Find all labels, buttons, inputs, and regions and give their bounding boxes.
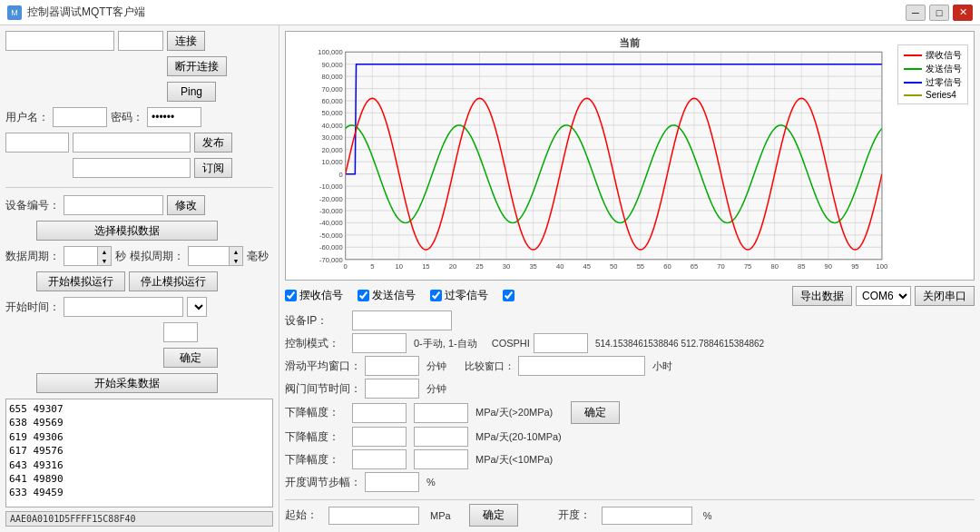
com-port-select[interactable]: COM6 (856, 286, 911, 306)
open-adj-input[interactable]: 2 (365, 472, 419, 492)
svg-text:0: 0 (344, 262, 348, 271)
ping-button[interactable]: Ping (167, 82, 216, 102)
subscribe-button[interactable]: 订阅 (194, 158, 232, 178)
valve-interval-input[interactable]: 60 (365, 379, 419, 399)
publish-button[interactable]: 发布 (194, 133, 232, 153)
left-panel: 1883 连接 断开连接 Ping 用户名： admin 密码： /dev/te… (0, 25, 279, 532)
legend-color (904, 82, 922, 84)
user-row: 用户名： admin 密码： (5, 107, 273, 127)
avg-window-input[interactable]: 60 (365, 356, 419, 376)
checkbox-1[interactable] (358, 290, 369, 301)
svg-text:0: 0 (338, 171, 342, 179)
sim-interval-input[interactable]: 1000 (188, 246, 230, 266)
message-input[interactable]: This is a test Message (73, 133, 191, 153)
trigger-confirm-button[interactable]: 确定 (469, 504, 518, 527)
maximize-button[interactable]: □ (929, 5, 949, 21)
trigger-input[interactable]: 30 (328, 507, 419, 525)
checkbox-0[interactable] (285, 290, 297, 301)
avg-window-row: 滑动平均窗口： 60 分钟 比较窗口： 4073.8230708702309 小… (285, 356, 975, 376)
drop-amp3-input2[interactable]: 0.07 (414, 449, 468, 469)
drop-amp2-input1[interactable]: 0.2 (352, 427, 407, 447)
log-line: 643 49316 (9, 458, 270, 472)
checkbox-item-2[interactable]: 过零信号 (430, 288, 488, 303)
collect-button[interactable]: 开始采集数据 (36, 373, 218, 393)
password-input[interactable] (147, 107, 201, 127)
confirm-input[interactable]: 10 (163, 322, 198, 342)
svg-text:70,000: 70,000 (321, 85, 342, 94)
chart-title: 当前 (286, 34, 974, 53)
open-adj-unit: % (426, 477, 436, 488)
close-button[interactable]: ✕ (953, 5, 973, 21)
drop-amp3-input1[interactable]: 0.1 (352, 449, 407, 469)
window-controls: ─ □ ✕ (906, 5, 973, 21)
checkbox-item-3[interactable] (503, 290, 517, 301)
data-interval-down[interactable]: ▼ (98, 256, 111, 265)
start-time-dropdown[interactable]: ▼ (187, 297, 207, 317)
pub-topic-input[interactable]: /dev/test (5, 133, 69, 153)
sim-interval-up[interactable]: ▲ (230, 247, 242, 256)
log-line: 655 49307 (9, 402, 270, 416)
modify-button[interactable]: 修改 (167, 195, 205, 215)
stop-sim-button[interactable]: 停止模拟运行 (129, 271, 218, 291)
checkbox-3[interactable] (503, 290, 514, 301)
start-time-input[interactable]: 2021-06-16 19:21:12 (64, 297, 183, 317)
svg-text:70: 70 (717, 262, 724, 271)
port-input[interactable]: 1883 (118, 31, 163, 51)
cosphi-input[interactable]: 49459 (534, 333, 588, 353)
svg-text:-40,000: -40,000 (319, 219, 343, 227)
legend-label: Series4 (926, 90, 956, 100)
sub-topic-input[interactable]: /dev/test (73, 158, 191, 178)
legend-label: 过零信号 (926, 76, 962, 89)
checkbox-item-0[interactable]: 摆收信号 (285, 288, 343, 303)
start-sim-button[interactable]: 开始模拟运行 (36, 271, 125, 291)
drop-amp2-row: 下降幅度： 0.2 0.1 MPa/天(20-10MPa) (285, 427, 975, 447)
data-interval-input[interactable]: 60 (64, 246, 98, 266)
drop-amp1-input1[interactable]: 0.3 (352, 403, 407, 423)
device-id-input[interactable]: 0020004012 (64, 195, 163, 215)
connect-button[interactable]: 连接 (167, 31, 205, 51)
params-confirm-button[interactable]: 确定 (571, 401, 620, 424)
drop-amp2-input2[interactable]: 0.1 (414, 427, 468, 447)
checkbox-item-1[interactable]: 发送信号 (358, 288, 416, 303)
checkbox-row: 摆收信号发送信号过零信号 (285, 284, 517, 307)
disconnect-button[interactable]: 断开连接 (167, 56, 227, 76)
cosphi-label: COSPHI (492, 338, 530, 349)
minimize-button[interactable]: ─ (906, 5, 926, 21)
trigger-unit: MPa (430, 510, 451, 521)
subscribe-row: /dev/test 订阅 (5, 158, 273, 178)
drop-amp1-input2[interactable]: 0.2 (414, 403, 468, 423)
legend-item: 发送信号 (904, 63, 962, 75)
avg-window-unit: 分钟 (426, 360, 446, 373)
valve-interval-row: 阀门间节时间： 60 分钟 (285, 379, 975, 399)
log-line: 638 49569 (9, 416, 270, 429)
svg-text:-30,000: -30,000 (319, 207, 343, 215)
svg-text:-60,000: -60,000 (319, 243, 343, 251)
compare-window-input[interactable]: 4073.8230708702309 (518, 356, 645, 376)
checkbox-2[interactable] (430, 290, 442, 301)
collect-row: 开始采集数据 (5, 373, 273, 393)
svg-text:-50,000: -50,000 (319, 232, 343, 240)
drop-amp1-label: 下降幅度： (285, 405, 348, 420)
log-line: 633 49459 (9, 486, 270, 499)
svg-text:10: 10 (396, 262, 403, 271)
svg-text:80: 80 (770, 262, 778, 271)
confirm-button[interactable]: 确定 (163, 348, 218, 368)
trigger-label: 起始： (285, 507, 318, 523)
username-input[interactable]: admin (53, 107, 107, 127)
params-area: 设备IP： 192.168.2.28 控制模式： 1 0-手动, 1-自动 CO… (285, 310, 975, 492)
sim-interval-down[interactable]: ▼ (230, 256, 242, 265)
data-interval-up[interactable]: ▲ (98, 247, 111, 256)
control-mode-input[interactable]: 1 (352, 333, 407, 353)
connection-row: 1883 连接 (5, 31, 273, 51)
device-ip-input[interactable]: 192.168.2.28 (352, 310, 452, 330)
svg-text:30: 30 (503, 262, 510, 271)
close-port-button[interactable]: 关闭串口 (915, 286, 975, 306)
select-sim-button[interactable]: 选择模拟数据 (36, 221, 218, 241)
svg-text:75: 75 (744, 262, 751, 271)
export-button[interactable]: 导出数据 (792, 286, 852, 306)
trigger-area: 起始： 30 MPa 确定 开度： 50 % (285, 499, 975, 527)
server-input[interactable] (5, 31, 114, 51)
title-bar-left: M 控制器调试MQTT客户端 (7, 5, 145, 20)
log-line: 617 49576 (9, 444, 270, 458)
open-input[interactable]: 50 (602, 507, 692, 525)
